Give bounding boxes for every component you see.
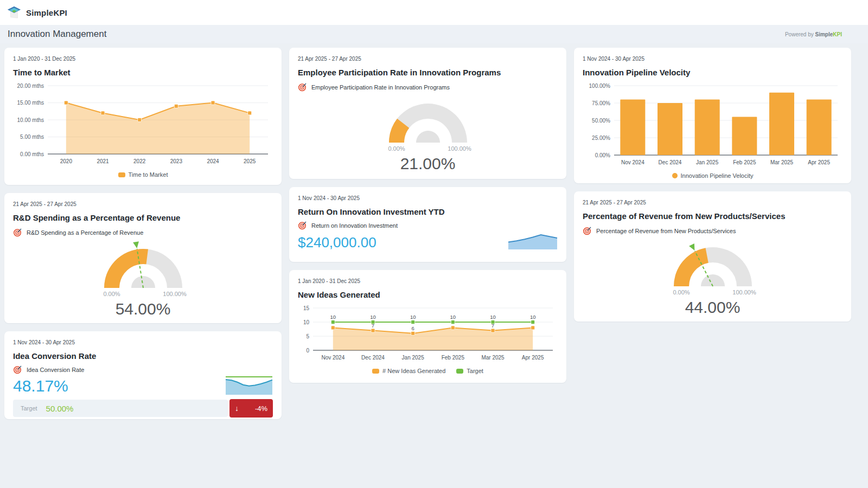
- roi-sparkline: [508, 233, 558, 252]
- date-range: 1 Nov 2024 - 30 Apr 2025: [583, 56, 843, 62]
- gauge-value: 44.00%: [648, 298, 778, 317]
- svg-text:50.00%: 50.00%: [592, 118, 610, 124]
- target-footer: Target 50.00% ↓ -4%: [13, 399, 273, 418]
- gauge-wrap: 0.00%100.00% 54.00%: [78, 238, 208, 318]
- svg-text:Jan 2025: Jan 2025: [696, 159, 719, 165]
- gauge-wrap: 0.00%100.00% 44.00%: [648, 236, 778, 317]
- svg-text:5: 5: [306, 333, 309, 339]
- svg-text:2023: 2023: [170, 158, 183, 164]
- card-title: R&D Spending as a Percentage of Revenue: [13, 213, 273, 222]
- target-icon: [13, 228, 22, 237]
- column-2: 21 Apr 2025 - 27 Apr 2025 Employee Parti…: [289, 48, 566, 383]
- card-title: New Ideas Generated: [298, 290, 558, 299]
- card-title: Innovation Pipeline Velocity: [583, 68, 843, 77]
- kpi-label-row: Idea Conversion Rate: [13, 365, 273, 374]
- legend-label: Target: [467, 368, 483, 374]
- card-return-on-investment: 1 Nov 2024 - 30 Apr 2025 Return On Innov…: [289, 187, 566, 262]
- card-title: Idea Conversion Rate: [13, 351, 273, 361]
- time-to-market-chart: 20.00 mths15.00 mths10.00 mths5.00 mths0…: [13, 81, 273, 178]
- arrow-down-icon: ↓: [235, 404, 239, 413]
- employee-participation-gauge: 0.00%100.00%: [363, 93, 493, 156]
- svg-text:Jan 2025: Jan 2025: [402, 355, 425, 361]
- target-icon: [298, 221, 307, 230]
- date-range: 1 Nov 2024 - 30 Apr 2025: [298, 195, 558, 201]
- svg-text:10: 10: [530, 314, 536, 320]
- svg-text:2025: 2025: [244, 158, 256, 164]
- kpi-label: Percentage of Revenue from New Products/…: [596, 228, 736, 234]
- svg-text:100.00%: 100.00%: [163, 291, 187, 297]
- delta-badge: ↓ -4%: [229, 399, 273, 418]
- svg-text:10: 10: [303, 319, 310, 325]
- column-1: 1 Jan 2020 - 31 Dec 2025 Time to Market …: [4, 48, 282, 419]
- powered-by-brand: Simple: [815, 31, 833, 37]
- svg-text:Nov 2024: Nov 2024: [621, 159, 644, 165]
- target-icon: [583, 226, 592, 235]
- kpi-label: Employee Participation Rate in Innovatio…: [311, 84, 450, 91]
- legend-swatch: [118, 172, 125, 177]
- rd-spending-gauge: 0.00%100.00%: [78, 238, 208, 301]
- svg-text:75.00%: 75.00%: [592, 100, 610, 106]
- simplekpi-logo-icon: [7, 5, 22, 20]
- kpi-value: $240,000.00: [298, 234, 376, 251]
- gauge-value: 54.00%: [78, 300, 208, 318]
- kpi-label-row: Employee Participation Rate in Innovatio…: [298, 82, 558, 92]
- card-title: Employee Participation Rate in Innovatio…: [298, 68, 558, 77]
- kpi-label-row: Return on Innovation Investment: [298, 221, 558, 230]
- legend-swatch: [456, 369, 463, 374]
- svg-text:Dec 2024: Dec 2024: [361, 355, 385, 361]
- kpi-label-row: R&D Spending as a Percentage of Revenue: [13, 228, 273, 237]
- legend-item: Innovation Pipeline Velocity: [672, 172, 754, 179]
- svg-text:10: 10: [330, 314, 336, 320]
- date-range: 1 Jan 2020 - 31 Dec 2025: [298, 278, 558, 284]
- page-title: Innovation Management: [8, 29, 785, 40]
- kpi-label-row: Percentage of Revenue from New Products/…: [583, 226, 843, 235]
- svg-text:20.00 mths: 20.00 mths: [17, 83, 44, 89]
- svg-text:Feb 2025: Feb 2025: [442, 355, 465, 361]
- kpi-label: Return on Innovation Investment: [311, 222, 398, 229]
- svg-text:Feb 2025: Feb 2025: [733, 159, 756, 165]
- card-revenue-new-products: 21 Apr 2025 - 27 Apr 2025 Percentage of …: [574, 191, 851, 322]
- card-rd-spending: 21 Apr 2025 - 27 Apr 2025 R&D Spending a…: [4, 193, 282, 323]
- target-icon: [298, 82, 307, 92]
- card-new-ideas: 1 Jan 2020 - 31 Dec 2025 New Ideas Gener…: [289, 270, 566, 383]
- gauge-value: 21.00%: [363, 155, 493, 173]
- svg-text:Nov 2024: Nov 2024: [321, 355, 344, 361]
- new-ideas-chart: 151050Nov 2024Dec 2024Jan 2025Feb 2025Ma…: [298, 304, 558, 374]
- svg-text:10.00 mths: 10.00 mths: [17, 117, 44, 123]
- svg-text:0.00%: 0.00%: [673, 289, 690, 296]
- chart-legend: Innovation Pipeline Velocity: [583, 172, 843, 179]
- value-row: 48.17%: [13, 375, 273, 397]
- svg-text:15: 15: [303, 305, 310, 311]
- svg-text:100.00%: 100.00%: [589, 83, 611, 89]
- svg-text:2020: 2020: [60, 158, 73, 164]
- svg-text:0.00%: 0.00%: [103, 291, 120, 297]
- svg-text:10: 10: [370, 314, 376, 320]
- svg-text:0.00 mths: 0.00 mths: [20, 151, 44, 157]
- legend-swatch: [372, 369, 379, 374]
- target-label: Target: [21, 405, 37, 412]
- card-pipeline-velocity: 1 Nov 2024 - 30 Apr 2025 Innovation Pipe…: [574, 48, 851, 183]
- date-range: 21 Apr 2025 - 27 Apr 2025: [583, 200, 843, 206]
- card-title: Return On Innovation Investment YTD: [298, 207, 558, 216]
- legend-item: Time to Market: [118, 171, 168, 178]
- svg-text:6: 6: [412, 325, 414, 331]
- svg-text:100.00%: 100.00%: [448, 145, 471, 152]
- target-value: 50.00%: [46, 404, 74, 413]
- top-bar: SimpleKPI: [0, 0, 868, 25]
- date-range: 21 Apr 2025 - 27 Apr 2025: [13, 201, 273, 207]
- svg-text:2024: 2024: [207, 158, 219, 164]
- svg-text:5.00 mths: 5.00 mths: [20, 134, 44, 140]
- svg-text:Apr 2025: Apr 2025: [808, 159, 830, 165]
- target-bar: Target 50.00%: [13, 400, 228, 417]
- gauge-wrap: 0.00%100.00% 21.00%: [363, 93, 493, 173]
- svg-text:0: 0: [306, 348, 309, 354]
- chart-legend: Time to Market: [13, 171, 273, 178]
- delta-value: -4%: [255, 404, 267, 413]
- svg-text:0.00%: 0.00%: [595, 152, 610, 158]
- svg-text:10: 10: [410, 314, 416, 320]
- card-idea-conversion: 1 Nov 2024 - 30 Apr 2025 Idea Conversion…: [4, 331, 282, 419]
- svg-text:10: 10: [490, 314, 496, 320]
- svg-text:Dec 2024: Dec 2024: [659, 159, 682, 165]
- svg-text:0.00%: 0.00%: [388, 145, 405, 152]
- idea-conversion-sparkline: [225, 375, 273, 397]
